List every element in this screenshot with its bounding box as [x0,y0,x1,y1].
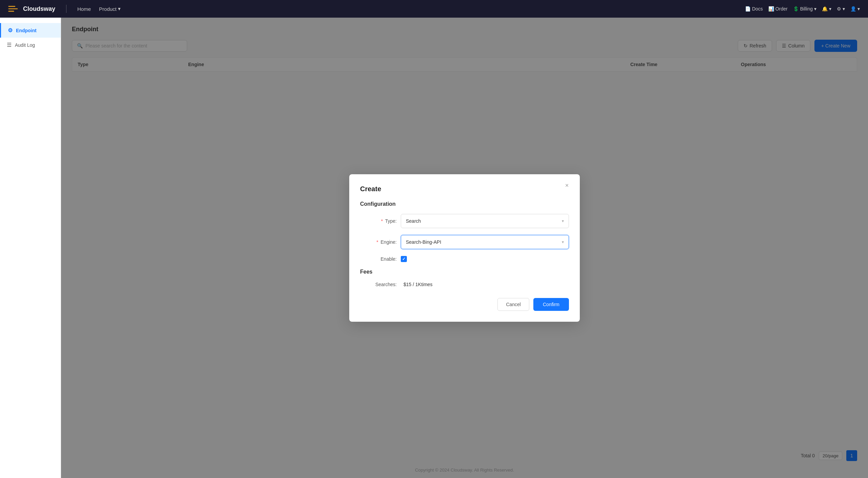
enable-checkbox[interactable]: ✓ [401,256,407,262]
topnav-links: Home Product ▾ [77,6,734,12]
enable-label: Enable: [360,256,401,262]
sidebar-item-label: Endpoint [16,28,37,33]
engine-label: * Engine: [360,239,401,245]
nav-avatar[interactable]: 👤 ▾ [850,6,860,12]
billing-icon: 💲 [793,6,799,12]
main-content: Endpoint 🔍 Please search for the content… [61,18,868,478]
enable-row: Enable: ✓ [360,256,569,262]
chevron-down-icon: ▾ [562,219,564,223]
layout: ⚙ Endpoint ☰ Audit Log Endpoint 🔍 Please… [0,18,868,478]
type-label: * Type: [360,218,401,224]
nav-home[interactable]: Home [77,6,91,12]
chevron-down-icon: ▾ [562,240,564,244]
bell-icon: 🔔 [822,6,828,12]
sidebar-item-endpoint[interactable]: ⚙ Endpoint [0,23,61,38]
engine-select[interactable]: Search-Bing-API ▾ [401,235,569,249]
topnav: Cloudsway Home Product ▾ 📄 Docs 📊 Order … [0,0,868,18]
topnav-right: 📄 Docs 📊 Order 💲 Billing ▾ 🔔 ▾ ⚙ ▾ 👤 ▾ [745,6,860,12]
modal-footer: Cancel Confirm [360,298,569,311]
config-section-title: Configuration [360,201,569,207]
sidebar-item-auditlog[interactable]: ☰ Audit Log [0,38,61,52]
auditlog-icon: ☰ [7,42,12,48]
confirm-button[interactable]: Confirm [533,298,569,311]
sidebar: ⚙ Endpoint ☰ Audit Log [0,18,61,478]
type-select[interactable]: Search ▾ [401,214,569,228]
chevron-down-icon: ▾ [829,6,831,12]
avatar-icon: 👤 [850,6,856,12]
engine-row: * Engine: Search-Bing-API ▾ [360,235,569,249]
required-mark: * [376,239,378,245]
chevron-down-icon: ▾ [118,6,121,12]
fees-section-title: Fees [360,269,569,275]
searches-value: $15 / 1Ktimes [403,282,433,287]
modal-overlay: Create × Configuration * Type: Search ▾ [61,18,868,478]
nav-divider [66,5,66,13]
fees-row: Searches: $15 / 1Ktimes [360,282,569,287]
nav-order[interactable]: 📊 Order [768,6,788,12]
endpoint-icon: ⚙ [8,27,13,34]
docs-icon: 📄 [745,6,751,12]
chevron-down-icon: ▾ [814,6,816,12]
user-settings-icon: ⚙ [837,6,841,12]
logo[interactable]: Cloudsway [8,5,55,13]
type-row: * Type: Search ▾ [360,214,569,228]
create-modal: Create × Configuration * Type: Search ▾ [349,174,580,322]
checkmark-icon: ✓ [402,257,406,261]
nav-product[interactable]: Product ▾ [99,6,121,12]
modal-close-button[interactable]: × [562,181,572,191]
logo-icon [8,5,20,13]
chevron-down-icon: ▾ [843,6,845,12]
nav-bell[interactable]: 🔔 ▾ [822,6,831,12]
nav-user[interactable]: ⚙ ▾ [837,6,845,12]
type-select-value: Search [406,218,421,224]
cancel-button[interactable]: Cancel [497,298,529,311]
engine-select-value: Search-Bing-API [406,239,441,245]
nav-billing[interactable]: 💲 Billing ▾ [793,6,816,12]
nav-docs[interactable]: 📄 Docs [745,6,763,12]
chevron-down-icon: ▾ [857,6,860,12]
logo-text: Cloudsway [23,5,55,13]
required-mark: * [381,218,383,224]
sidebar-item-label: Audit Log [15,42,35,48]
order-icon: 📊 [768,6,774,12]
modal-title: Create [360,185,569,193]
fees-section: Fees Searches: $15 / 1Ktimes [360,269,569,287]
searches-label: Searches: [360,282,401,287]
